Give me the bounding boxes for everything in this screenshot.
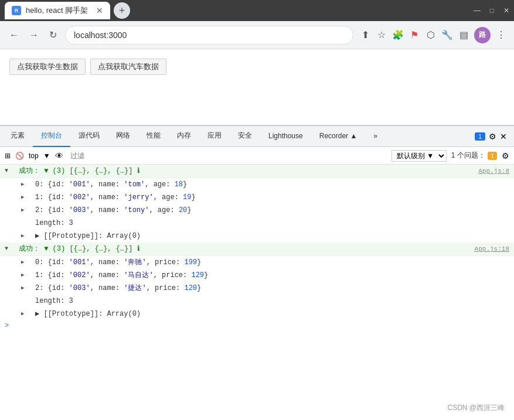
reload-button[interactable]: ↻: [47, 27, 59, 43]
active-tab[interactable]: R hello, react 脚手架 ✕: [5, 2, 110, 19]
inspect-icon[interactable]: 👁: [55, 151, 63, 161]
console-student-proto: ▶ ▶ [[Prototype]]: Array(0): [0, 230, 514, 243]
maximize-button[interactable]: □: [490, 6, 494, 15]
window-controls: — □ ✕: [474, 6, 509, 15]
tab-application[interactable]: 应用: [199, 126, 230, 147]
item2-expand[interactable]: ▶: [21, 205, 24, 216]
title-bar: R hello, react 脚手架 ✕ + — □ ✕: [0, 0, 514, 21]
issues-count: 1: [488, 152, 497, 160]
proto1-text: ▶ [[Prototype]]: Array(0): [30, 232, 141, 240]
console-student-item0: ▶ 0: {id: '001', name: 'tom', age: 18}: [0, 178, 514, 191]
clear-console-icon[interactable]: 🚫: [15, 152, 24, 160]
console-success2-header: ▼ 成功： ▼ (3) [{…}, {…}, {…}] ℹ App.js:18: [0, 243, 514, 256]
console-car-item1: ▶ 1: {id: '002', name: '马自达', price: 129…: [0, 269, 514, 282]
tab-console[interactable]: 控制台: [33, 126, 70, 147]
page-content: 点我获取学生数据 点我获取汽车数据: [0, 49, 514, 125]
sidebar-icon[interactable]: ▤: [458, 29, 469, 41]
puzzle-icon[interactable]: 🔧: [441, 29, 453, 41]
address-input[interactable]: localhost:3000: [65, 26, 353, 45]
devtools-tab-icons: 1 ⚙ ✕: [475, 132, 512, 141]
toolbar-icons: ⬆ ☆ 🧩 ⚑ ⬡ 🔧 ▤ 路 ⋮: [359, 27, 507, 43]
success2-link[interactable]: App.js:18: [475, 244, 509, 254]
success2-summary: ▼ (3) [{…}, {…}, {…}] ℹ: [44, 245, 139, 253]
remote-icon[interactable]: ⬡: [425, 29, 437, 41]
get-cars-button[interactable]: 点我获取汽车数据: [90, 59, 166, 75]
level-select[interactable]: 默认级别 ▼: [392, 150, 447, 162]
filter-input[interactable]: [68, 151, 387, 161]
item2-text: 2: {id: '003', name: 'tony', age: 20}: [30, 206, 191, 214]
console-badge: 1: [475, 132, 485, 141]
console-student-item1: ▶ 1: {id: '002', name: 'jerry', age: 19}: [0, 191, 514, 204]
tab-elements[interactable]: 元素: [2, 126, 33, 147]
success2-label: 成功：: [19, 245, 40, 253]
console-car-length: length: 3: [0, 295, 514, 308]
tab-lighthouse[interactable]: Lighthouse: [260, 126, 311, 147]
get-students-button[interactable]: 点我获取学生数据: [9, 59, 86, 75]
item0-expand[interactable]: ▶: [21, 179, 24, 190]
item1-expand[interactable]: ▶: [21, 192, 24, 203]
tab-sources[interactable]: 源代码: [70, 126, 108, 147]
success1-link[interactable]: App.js:8: [478, 166, 509, 176]
issues-badge: 1 个问题： 1: [451, 151, 497, 161]
proto2-text: ▶ [[Prototype]]: Array(0): [30, 310, 141, 318]
devtools-side-panel-icon[interactable]: ⊞: [5, 152, 11, 160]
console-cursor[interactable]: >: [0, 320, 514, 331]
car2-text: 2: {id: '003', name: '捷达', price: 120}: [30, 284, 201, 292]
extension-icon[interactable]: 🧩: [392, 29, 404, 41]
expand-arrow2-main[interactable]: ▼: [5, 244, 8, 254]
top-label[interactable]: top: [29, 152, 39, 160]
tab-network[interactable]: 网络: [108, 126, 138, 147]
back-button[interactable]: ←: [7, 28, 21, 43]
success1-summary: ▼ (3) [{…}, {…}, {…}] ℹ: [44, 167, 139, 175]
tab-recorder[interactable]: Recorder ▲: [311, 126, 366, 147]
settings-icon[interactable]: ⚙: [489, 132, 496, 141]
console-success1-header: ▼ 成功： ▼ (3) [{…}, {…}, {…}] ℹ App.js:8: [0, 165, 514, 178]
tab-more[interactable]: »: [365, 126, 386, 147]
console-student-item2: ▶ 2: {id: '003', name: 'tony', age: 20}: [0, 204, 514, 217]
console-car-item0: ▶ 0: {id: '001', name: '奔驰', price: 199}: [0, 256, 514, 269]
car2-expand[interactable]: ▶: [21, 283, 24, 293]
close-button[interactable]: ✕: [503, 6, 509, 15]
devtools-tabs: 元素 控制台 源代码 网络 性能 内存 应用 安全 Lighthouse Rec…: [0, 126, 514, 147]
length1-text: length: 3: [30, 219, 73, 227]
tab-favicon: R: [12, 6, 21, 15]
expand-arrow1[interactable]: ▼: [5, 166, 8, 176]
menu-button[interactable]: ⋮: [495, 29, 507, 41]
issues-settings-icon[interactable]: ⚙: [502, 151, 509, 161]
proto2-expand[interactable]: ▶: [21, 309, 24, 319]
tab-memory[interactable]: 内存: [169, 126, 199, 147]
watermark: CSDN @西涯三峰: [447, 403, 505, 413]
console-car-item2: ▶ 2: {id: '003', name: '捷达', price: 120}: [0, 282, 514, 295]
forward-button[interactable]: →: [27, 28, 41, 43]
issues-label: 1 个问题：: [451, 151, 485, 161]
devtools-toolbar: ⊞ 🚫 top ▼ 👁 默认级别 ▼ 1 个问题： 1 ⚙: [0, 147, 514, 165]
console-car-proto: ▶ ▶ [[Prototype]]: Array(0): [0, 308, 514, 320]
proto1-expand[interactable]: ▶: [21, 231, 24, 241]
tab-performance[interactable]: 性能: [138, 126, 169, 147]
share-icon[interactable]: ⬆: [359, 29, 371, 41]
car1-text: 1: {id: '002', name: '马自达', price: 129}: [30, 271, 208, 279]
address-bar: ← → ↻ localhost:3000 ⬆ ☆ 🧩 ⚑ ⬡ 🔧 ▤ 路 ⋮: [0, 21, 514, 49]
car1-expand[interactable]: ▶: [21, 270, 24, 281]
tab-close-button[interactable]: ✕: [96, 6, 103, 15]
bookmark-icon[interactable]: ☆: [376, 29, 387, 41]
tab-title: hello, react 脚手架: [26, 5, 88, 16]
car0-text: 0: {id: '001', name: '奔驰', price: 199}: [30, 258, 201, 267]
flag-icon[interactable]: ⚑: [409, 29, 420, 41]
length2-text: length: 3: [30, 297, 73, 305]
devtools-content: ▼ 成功： ▼ (3) [{…}, {…}, {…}] ℹ App.js:8 ▶…: [0, 165, 514, 399]
top-dropdown-icon[interactable]: ▼: [43, 152, 50, 160]
item1-text: 1: {id: '002', name: 'jerry', age: 19}: [30, 193, 196, 202]
tab-security[interactable]: 安全: [230, 126, 260, 147]
minimize-button[interactable]: —: [474, 6, 481, 15]
devtools-panel: 元素 控制台 源代码 网络 性能 内存 应用 安全 Lighthouse Rec…: [0, 125, 514, 399]
console-student-length: length: 3: [0, 217, 514, 230]
close-devtools-icon[interactable]: ✕: [500, 132, 507, 141]
new-tab-button[interactable]: +: [114, 2, 130, 19]
item0-text: 0: {id: '001', name: 'tom', age: 18}: [30, 180, 187, 189]
success1-label: 成功：: [19, 167, 40, 175]
profile-button[interactable]: 路: [474, 27, 491, 43]
car0-expand[interactable]: ▶: [21, 257, 24, 268]
